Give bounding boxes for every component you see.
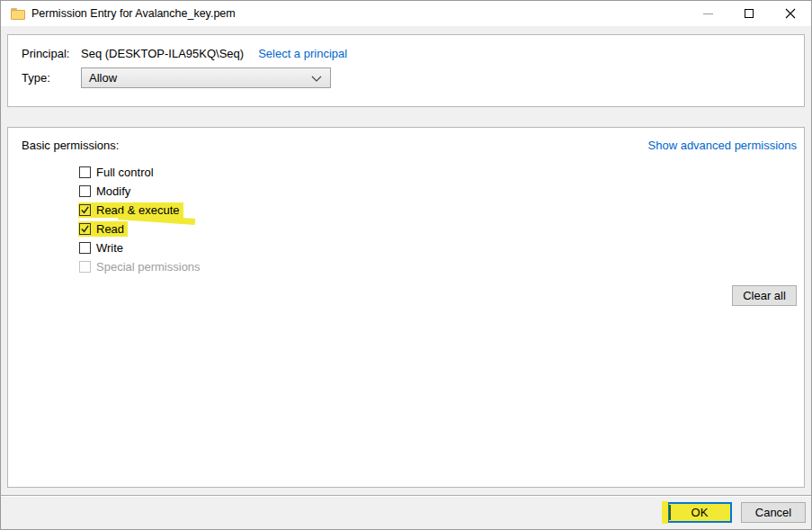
minimize-button[interactable]	[687, 1, 728, 26]
write-checkbox[interactable]	[79, 242, 91, 254]
principal-value: Seq (DESKTOP-ILA95KQ\Seq)	[81, 47, 244, 60]
window-controls	[687, 1, 811, 26]
read-execute-label: Read & execute	[96, 203, 180, 217]
modify-checkbox[interactable]	[79, 185, 91, 197]
permission-entry-dialog: Permission Entry for Avalanche_key.pem P…	[0, 0, 812, 530]
permission-row-special: Special permissions	[78, 257, 797, 276]
special-permissions-label: Special permissions	[96, 260, 201, 274]
permissions-header: Basic permissions: Show advanced permiss…	[22, 139, 797, 152]
read-label: Read	[96, 222, 124, 236]
modify-label: Modify	[96, 184, 130, 198]
read-execute-option[interactable]: Read & execute	[78, 202, 183, 218]
permission-list: Full control Modify Read & execute	[78, 163, 797, 276]
type-label: Type:	[22, 71, 81, 85]
title-bar: Permission Entry for Avalanche_key.pem	[1, 1, 811, 26]
basic-permissions-panel: Basic permissions: Show advanced permiss…	[7, 127, 805, 488]
cancel-button[interactable]: Cancel	[741, 502, 806, 523]
special-permissions-option: Special permissions	[78, 259, 204, 274]
type-dropdown-value: Allow	[89, 71, 117, 85]
read-option[interactable]: Read	[78, 221, 128, 237]
ok-button[interactable]: OK	[667, 502, 732, 523]
type-dropdown[interactable]: Allow	[81, 67, 331, 88]
folder-icon	[11, 8, 25, 20]
permission-row-read-execute: Read & execute	[78, 201, 797, 220]
special-permissions-checkbox	[79, 261, 91, 273]
clear-all-button[interactable]: Clear all	[732, 285, 797, 306]
close-icon	[785, 8, 796, 19]
checkmark-icon	[80, 205, 90, 215]
read-execute-checkbox[interactable]	[79, 204, 91, 216]
principal-row: Principal: Seq (DESKTOP-ILA95KQ\Seq) Sel…	[22, 47, 795, 60]
permission-row-modify: Modify	[78, 182, 797, 201]
principal-label: Principal:	[22, 47, 81, 60]
permission-row-write: Write	[78, 238, 797, 257]
basic-permissions-title: Basic permissions:	[22, 139, 119, 152]
minimize-icon	[703, 13, 713, 14]
show-advanced-permissions-link[interactable]: Show advanced permissions	[648, 139, 797, 152]
chevron-down-icon	[311, 76, 322, 82]
close-button[interactable]	[770, 1, 811, 26]
clear-all-row: Clear all	[22, 285, 797, 306]
footer: OK Cancel	[1, 496, 811, 529]
maximize-icon	[745, 9, 754, 18]
type-row: Type: Allow	[22, 67, 795, 88]
maximize-button[interactable]	[728, 1, 770, 26]
modify-option[interactable]: Modify	[78, 184, 134, 199]
write-label: Write	[96, 241, 123, 255]
full-control-checkbox[interactable]	[79, 166, 91, 178]
permission-row-full-control: Full control	[78, 163, 797, 182]
select-principal-link[interactable]: Select a principal	[258, 47, 347, 60]
full-control-label: Full control	[96, 166, 154, 179]
principal-panel: Principal: Seq (DESKTOP-ILA95KQ\Seq) Sel…	[7, 34, 805, 107]
write-option[interactable]: Write	[78, 240, 127, 256]
window-title: Permission Entry for Avalanche_key.pem	[31, 7, 236, 20]
checkmark-icon	[80, 224, 90, 234]
read-checkbox[interactable]	[79, 223, 91, 235]
full-control-option[interactable]: Full control	[78, 165, 157, 180]
